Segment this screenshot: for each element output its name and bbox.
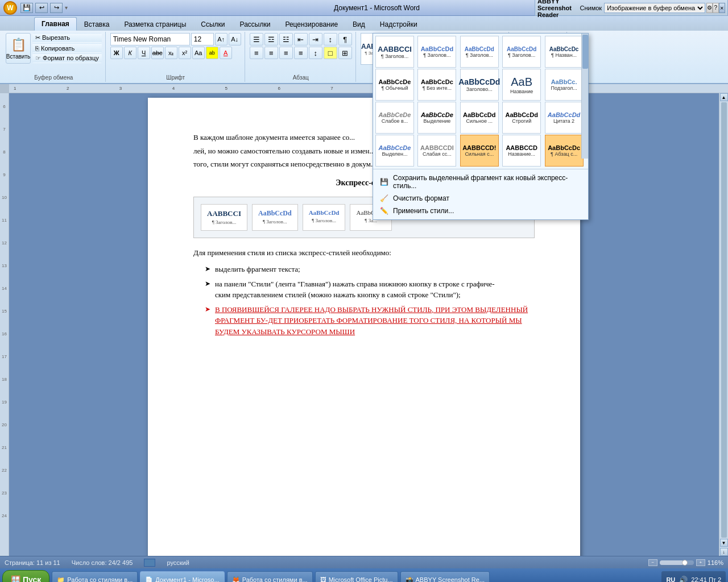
numbering-btn[interactable]: ☲ [264,33,278,45]
justify-btn[interactable]: ≡ [294,47,308,59]
abbyy-mode-dropdown[interactable]: Изображение в буфер обмена [604,3,705,13]
align-left-btn[interactable]: ≡ [250,47,263,59]
style-item-r4-3[interactable]: AABBCCD! Сильная с... [460,135,499,167]
save-style-item[interactable]: 💾 Сохранить выделенный фрагмент как новы… [373,172,588,192]
style-item-r3-3[interactable]: AaBbCcDd Сильное ... [460,102,499,134]
abbyy-close-btn[interactable]: × [719,3,725,13]
clipboard-group: 📋 Вставить ✂ Вырезать ⎘ Копировать ☞ Фор… [2,32,106,82]
indent-btn[interactable]: ⇥ [309,33,322,45]
zoom-fill [660,560,684,565]
zoom-slider[interactable] [660,560,694,565]
taskbar-label-0: Работа со стилями в... [67,576,133,582]
tab-home[interactable]: Главная [34,17,77,31]
tab-insert[interactable]: Вставка [77,18,117,31]
zoom-in-btn[interactable]: + [696,559,705,566]
style-item-r1-1[interactable]: AABBCCI ¶ Заголов... [375,36,414,68]
style-item-r1-2[interactable]: AaBbCcDd ¶ Заголов... [417,36,456,68]
copy-btn[interactable]: ⎘ Копировать [32,43,102,53]
style-item-r1-4[interactable]: AaBbCcDd ¶ Заголов... [502,36,541,68]
taskbar-icon-1: 📄 [145,576,153,583]
font-group: A↑ A↓ Ж К Ч abc x₂ x² Аа ab A [107,32,245,82]
taskbar-item-0[interactable]: 📁 Работа со стилями в... [52,571,138,582]
grow-font-btn[interactable]: A↑ [215,33,228,45]
strikethrough-btn[interactable]: abc [151,47,164,59]
zoom-out-btn[interactable]: − [648,559,657,566]
superscript-btn[interactable]: x² [179,47,191,59]
tab-review[interactable]: Рецензирование [278,18,345,31]
borders-btn[interactable]: ⊞ [338,47,352,59]
paste-btn[interactable]: 📋 Вставить [6,33,31,64]
ribbon-content: 📋 Вставить ✂ Вырезать ⎘ Копировать ☞ Фор… [0,31,728,83]
list-arrow-1: ➤ [205,264,210,275]
tab-mailings[interactable]: Рассылки [233,18,278,31]
style-item-r2-3[interactable]: AaBbCcDd Заголово... [460,69,499,101]
start-button[interactable]: 🪟 Пуск [2,570,49,582]
underline-btn[interactable]: Ч [138,47,150,59]
style-item-r4-5[interactable]: AaBbCcDc ¶ Абзац с... [545,135,584,167]
case-btn[interactable]: Аа [192,47,205,59]
dropdown-scroll-thumb[interactable] [582,35,588,69]
subscript-btn[interactable]: x₂ [165,47,177,59]
scroll-track[interactable] [721,102,727,538]
highlight-btn[interactable]: ab [206,47,218,59]
taskbar-item-4[interactable]: 📸 ABBYY Screenshot Re... [400,571,490,582]
style-item-r3-2[interactable]: AaBbCcDe Выделение [417,102,456,134]
multilevel-btn[interactable]: ☳ [279,33,293,45]
scroll-up-btn[interactable]: ▲ [720,93,728,101]
style-item-r3-1[interactable]: AaBbCeDe Слабое в... [375,102,414,134]
doc-scroll-area[interactable]: В каждом шаблоне документа имеется заран… [9,93,719,556]
status-bar: Страница: 11 из 11 Число слов: 24/2 495 … [0,556,728,568]
abbyy-help-btn[interactable]: ? [713,3,718,13]
cut-btn[interactable]: ✂ Вырезать [32,33,102,43]
style-item-r1-3[interactable]: AaBbCcDd ¶ Заголов... [460,36,499,68]
align-center-btn[interactable]: ≡ [264,47,278,59]
para-intro: Для применения стиля из списка экспресс-… [193,247,535,259]
font-color-btn[interactable]: A [220,47,232,59]
bullets-btn[interactable]: ☰ [250,33,263,45]
tab-layout[interactable]: Разметка страницы [117,18,193,31]
shrink-font-btn[interactable]: A↓ [229,33,241,45]
bold-btn[interactable]: Ж [110,47,123,59]
italic-btn[interactable]: К [124,47,136,59]
dropdown-scrollbar[interactable] [581,34,588,159]
style-item-r4-2[interactable]: AABBCCDI Слабая сс... [417,135,456,167]
ruler-vertical: 6 7 8 9 10 11 12 13 14 15 16 17 18 19 20… [0,93,9,556]
format-painter-btn[interactable]: ☞ Формат по образцу [32,53,102,63]
style-item-r3-4[interactable]: AaBbCcDd Строгий [502,102,541,134]
clear-format-item[interactable]: 🧹 Очистить формат [373,192,588,205]
line-spacing-btn[interactable]: ↕ [309,47,322,59]
taskbar-item-1[interactable]: 📄 Документ1 - Microso... [140,571,224,582]
scroll-page-down-btn[interactable]: ↓ [720,548,728,556]
style-item-r2-5[interactable]: AaBbCc. Подзагол... [545,69,584,101]
redo-btn[interactable]: ↪ [50,3,63,13]
show-hide-btn[interactable]: ¶ [338,33,352,45]
apply-styles-item[interactable]: ✏️ Применить стили... [373,205,588,217]
font-size-input[interactable] [191,33,214,45]
office-logo[interactable]: W [3,1,17,15]
sort-btn[interactable]: ↕ [324,33,337,45]
tray-clock: 22:41 Пт 2 [691,576,721,582]
style-item-r2-1[interactable]: AaBbCcDe ¶ Обычный [375,69,414,101]
tab-links[interactable]: Ссылки [193,18,232,31]
tab-view[interactable]: Вид [345,18,373,31]
taskbar-item-2[interactable]: 🦊 Работа со стилями в... [227,571,313,582]
style-item-r4-4[interactable]: AABBCCD Название... [502,135,541,167]
style-item-r2-4[interactable]: AaB Название [502,69,541,101]
align-right-btn[interactable]: ≡ [279,47,293,59]
style-item-r4-1[interactable]: AaBbCcDe Выделен... [375,135,414,167]
shading-btn[interactable]: □ [324,47,337,59]
taskbar-item-3[interactable]: 🖼 Microsoft Office Pictu... [315,571,398,582]
para-row1: ☰ ☲ ☳ ⇤ ⇥ ↕ ¶ [250,33,352,45]
font-name-input[interactable] [110,33,190,45]
tab-addins[interactable]: Надстройки [373,18,425,31]
style-item-r3-5[interactable]: AaBbCcDd Цитата 2 [545,102,584,134]
zoom-controls: − + 116% [648,559,723,566]
scroll-down-btn[interactable]: ▼ [720,539,728,547]
save-quick-btn[interactable]: 💾 [20,3,33,13]
outdent-btn[interactable]: ⇤ [294,33,308,45]
style-item-r1-5[interactable]: AaBbCcDc ¶ Назван... [545,36,584,68]
style-item-r2-2[interactable]: AaBbCcDc ¶ Без инте... [417,69,456,101]
zoom-thumb[interactable] [682,560,688,566]
undo-btn[interactable]: ↩ [35,3,48,13]
abbyy-settings-btn[interactable]: ⚙ [706,3,713,13]
